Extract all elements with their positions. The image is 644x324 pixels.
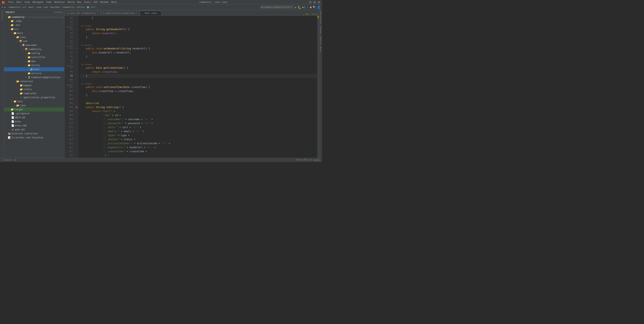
breadcrumb-community-pkg[interactable]: community bbox=[62, 6, 74, 8]
tree-item-service[interactable]: ▸ 📁 service bbox=[4, 71, 64, 75]
encoding-indicator[interactable]: UTF-8 bbox=[303, 159, 309, 161]
tree-item-test-java[interactable]: ▸ 📂 java bbox=[4, 103, 64, 108]
no-usages-93: no usages bbox=[80, 43, 317, 47]
tab-pom[interactable]: 🗂 pom.xml (community) ✕ bbox=[65, 11, 100, 15]
nav-forward-icon[interactable]: ▶ bbox=[5, 6, 6, 8]
menu-navigate[interactable]: Navigate bbox=[32, 0, 45, 4]
tree-item-java[interactable]: ▾ 📂 java bbox=[4, 35, 64, 39]
endpoints-tab[interactable]: Endpoints bbox=[320, 35, 322, 45]
tab-close-icon[interactable]: ✕ bbox=[136, 12, 138, 14]
expand-all-icon[interactable]: ⊞ bbox=[56, 11, 58, 14]
tree-item-target[interactable]: ▸ 📁 target bbox=[4, 108, 64, 112]
tree-item-main[interactable]: ▾ 📁 main bbox=[4, 31, 64, 35]
tree-item-pomxml[interactable]: 🗂 pom.xml bbox=[4, 128, 64, 132]
menu-refactor[interactable]: Refactor bbox=[53, 0, 66, 4]
tree-item-community[interactable]: ▾ 📁 community D:\DingJiaxiong\IdeaProjec… bbox=[4, 15, 64, 19]
status-bar: ⎇ master LF 99:9 UTF-8 4 spaces bbox=[0, 158, 322, 162]
more-run-button[interactable]: ⋮ bbox=[306, 6, 309, 9]
code-line-96 bbox=[80, 59, 317, 63]
expand-editor-icon[interactable]: ∧ bbox=[314, 13, 315, 15]
tree-item-resources[interactable]: ▸ 📂 resources bbox=[4, 79, 64, 83]
locate-file-icon[interactable]: ◎ bbox=[54, 11, 56, 14]
window-title: community - User.java bbox=[199, 1, 227, 3]
breadcrumb-main[interactable]: main bbox=[28, 6, 34, 8]
gutter-item bbox=[74, 20, 78, 24]
code-line-107: return "User{" + bbox=[80, 109, 317, 113]
tree-item-gitignore[interactable]: 📄 .gitignore bbox=[4, 112, 64, 116]
line-num: 108 bbox=[64, 113, 73, 117]
folder-icon: 📁 bbox=[13, 100, 16, 103]
tree-item-ext-libs[interactable]: ▸ 📚 External Libraries bbox=[4, 132, 64, 136]
tree-item-community-pkg[interactable]: ▾ 📦 community bbox=[4, 47, 64, 51]
tab-user-java[interactable]: ☕ User.java ✕ bbox=[140, 11, 162, 15]
search-everywhere-icon[interactable]: 🔍 bbox=[313, 6, 316, 9]
breadcrumb-src[interactable]: src bbox=[22, 6, 26, 8]
menu-help[interactable]: Help bbox=[110, 0, 118, 4]
java-icon: ☕ bbox=[142, 12, 144, 14]
collapse-editor-icon[interactable]: ∨ bbox=[316, 13, 317, 15]
menu-window[interactable]: Window bbox=[99, 0, 110, 4]
menu-tools[interactable]: Tools bbox=[83, 0, 92, 4]
nav-back-icon[interactable]: ◀ bbox=[2, 6, 3, 8]
menu-build[interactable]: Build bbox=[66, 0, 76, 4]
tree-item-user[interactable]: ▾ ⬤U User bbox=[4, 67, 64, 71]
method-separator-icon: — bbox=[76, 28, 77, 30]
git-branch[interactable]: ⎇ master bbox=[2, 159, 12, 161]
tree-item-app-props[interactable]: ⚙ application.properties bbox=[4, 95, 64, 99]
maximize-button[interactable]: □ bbox=[313, 1, 316, 3]
tree-item-src[interactable]: ▾ 📁 src bbox=[4, 27, 64, 31]
tree-item-nowcoder[interactable]: ▾ 📦 nowcoder bbox=[4, 43, 64, 47]
minimize-button[interactable]: — bbox=[309, 1, 312, 3]
notifications-tab[interactable]: Notifications bbox=[320, 11, 322, 25]
menu-file[interactable]: File bbox=[7, 0, 15, 4]
tree-item-mapper[interactable]: 📁 mapper bbox=[4, 83, 64, 87]
breadcrumb-community[interactable]: community bbox=[8, 6, 20, 8]
tab-close-icon[interactable]: ✕ bbox=[158, 12, 159, 14]
menu-run[interactable]: Run bbox=[76, 0, 82, 4]
tree-item-test[interactable]: ▸ 📁 test bbox=[4, 99, 64, 103]
tree-item-mvn[interactable]: ▸ 📁 .mvn bbox=[4, 23, 64, 27]
tree-item-mvnwcmd[interactable]: 📄 mvnw.cmd bbox=[4, 124, 64, 128]
run-with-coverage-button[interactable]: ▶C bbox=[302, 6, 305, 9]
collapse-all-icon[interactable]: ⊟ bbox=[59, 11, 60, 14]
tree-item-mvnw[interactable]: 📄 mvnw bbox=[4, 120, 64, 124]
breadcrumb-entity[interactable]: entity bbox=[77, 6, 85, 8]
breadcrumb-nowcoder[interactable]: nowcoder bbox=[50, 6, 60, 8]
breadcrumb-user[interactable]: ⬤ User bbox=[87, 6, 96, 8]
stop-button[interactable]: ■ bbox=[310, 6, 312, 9]
resource-folder-icon: 📂 bbox=[16, 80, 19, 83]
breadcrumb-com[interactable]: com bbox=[44, 6, 48, 8]
menu-edit[interactable]: Edit bbox=[15, 0, 23, 4]
tree-item-static[interactable]: 📁 static bbox=[4, 87, 64, 91]
run-config-selector[interactable]: ▶ CommunityApplication ▾ bbox=[260, 5, 294, 9]
gear-icon[interactable]: ⚙ bbox=[61, 11, 62, 14]
tree-item-com[interactable]: ▾ 📦 com bbox=[4, 39, 64, 43]
code-content[interactable]: } no usages public String getHeaderUrl()… bbox=[78, 16, 317, 158]
tree-item-dao[interactable]: ▸ 📁 dao bbox=[4, 59, 64, 63]
tab-close-icon[interactable]: ✕ bbox=[97, 12, 98, 14]
database-tab[interactable]: Database bbox=[320, 25, 322, 35]
menu-code[interactable]: Code bbox=[45, 0, 53, 4]
folder-icon: 📁 bbox=[20, 84, 23, 87]
user-icon[interactable]: 👤 bbox=[317, 6, 320, 9]
tree-item-entity[interactable]: ▾ 📁 entity bbox=[4, 63, 64, 67]
menu-view[interactable]: View bbox=[23, 0, 31, 4]
tree-label: mvnw bbox=[15, 120, 21, 123]
breadcrumb-java[interactable]: java bbox=[36, 6, 42, 8]
run-button[interactable]: ▶ bbox=[295, 6, 296, 9]
tree-item-idea[interactable]: ▸ 📁 .idea bbox=[4, 19, 64, 23]
structure-tab[interactable]: Structure bbox=[1, 11, 3, 21]
tree-item-config[interactable]: ▸ 📁 config bbox=[4, 51, 64, 55]
menu-vcs[interactable]: VCS bbox=[92, 0, 99, 4]
tree-item-scratches[interactable]: ▸ 📝 Scratches and Consoles bbox=[4, 136, 64, 140]
tree-item-templates[interactable]: 📁 templates bbox=[4, 91, 64, 95]
debug-button[interactable]: 🐛 bbox=[298, 6, 301, 9]
gutter-item bbox=[74, 97, 78, 101]
tree-item-helpmd[interactable]: 📄 HELP.md bbox=[4, 116, 64, 120]
tab-app-props[interactable]: ⚙ application.properties ✕ bbox=[101, 11, 140, 15]
file-icon: 📄 bbox=[11, 116, 14, 119]
maven-tab[interactable]: Maven bbox=[320, 46, 322, 52]
tree-item-controller[interactable]: ▸ 📁 controller bbox=[4, 55, 64, 59]
tree-item-communityapp[interactable]: ▸ 🍃 CommunityApplication bbox=[4, 75, 64, 79]
close-button[interactable]: ✕ bbox=[318, 1, 320, 3]
